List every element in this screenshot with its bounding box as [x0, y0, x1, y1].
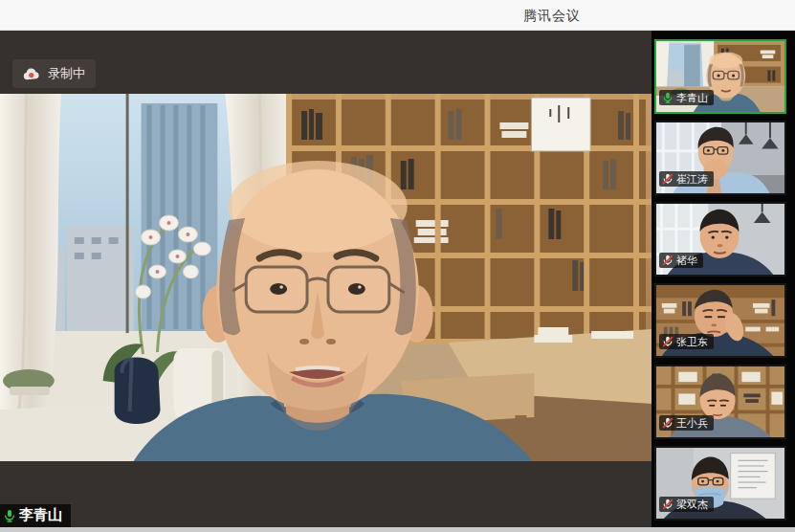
participants-sidebar[interactable]: 李青山	[651, 31, 795, 532]
mic-muted-icon	[662, 336, 674, 347]
participant-tile-wangxiaobing[interactable]: 王小兵	[654, 365, 786, 439]
participant-name-text: 褚华	[676, 255, 697, 266]
mic-muted-icon	[662, 173, 674, 185]
participant-name-label: 崔江涛	[659, 171, 714, 187]
participant-name-text: 张卫东	[676, 337, 708, 347]
window-bottom-edge	[0, 527, 795, 532]
participant-tile-liqingshan[interactable]: 李青山	[654, 39, 786, 114]
participant-name-label: 李青山	[659, 90, 714, 105]
participant-name-label: 褚华	[659, 253, 703, 268]
participant-tile-zhangweidong[interactable]: 张卫东	[654, 283, 786, 358]
mic-on-icon	[3, 509, 16, 522]
speaker-name-text: 李青山	[19, 506, 62, 524]
speaker-video-frame	[0, 94, 651, 461]
main-video-area: 录制中 李青山	[0, 31, 651, 527]
window-title: 腾讯会议	[523, 8, 581, 25]
participant-name-label: 梁双杰	[659, 497, 714, 512]
participant-name-text: 梁双杰	[676, 499, 708, 510]
speaker-video[interactable]	[0, 94, 651, 461]
participant-name-text: 崔江涛	[676, 174, 708, 185]
recording-badge-label: 录制中	[48, 65, 85, 82]
meeting-app-window: 腾讯会议	[0, 0, 795, 532]
participant-name-label: 王小兵	[659, 415, 714, 431]
window-titlebar[interactable]: 腾讯会议	[0, 0, 795, 31]
participant-tile-cuijiangtao[interactable]: 崔江涛	[654, 121, 786, 195]
participant-tile-liangshuangjie[interactable]: 梁双杰	[654, 446, 786, 521]
recording-badge[interactable]: 录制中	[12, 59, 96, 88]
participant-name-label: 张卫东	[659, 334, 714, 349]
participant-tile-chuhua[interactable]: 褚华	[654, 202, 786, 277]
cloud-record-icon	[23, 68, 40, 80]
mic-on-icon	[662, 92, 674, 103]
speaker-name-label: 李青山	[0, 504, 71, 527]
participant-name-text: 李青山	[676, 93, 708, 103]
mic-muted-icon	[662, 255, 674, 266]
participant-name-text: 王小兵	[676, 418, 708, 429]
mic-muted-icon	[662, 499, 674, 510]
mic-muted-icon	[662, 417, 674, 429]
